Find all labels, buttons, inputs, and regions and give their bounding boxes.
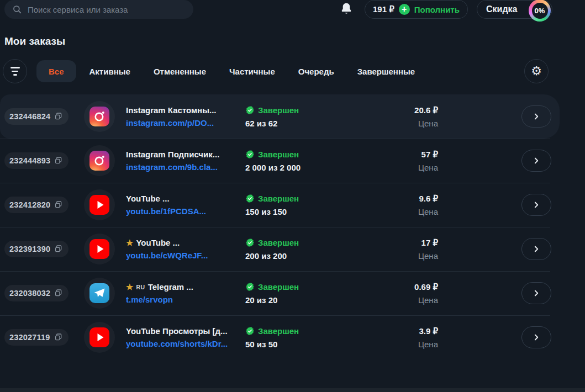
chevron-right-icon: [531, 156, 541, 166]
order-row[interactable]: 232391390 ★YouTube ... youtu.be/cWQReJF.…: [0, 227, 560, 271]
order-row[interactable]: 232412820 YouTube ... youtu.be/1fPCDSA..…: [0, 183, 560, 227]
order-row[interactable]: 232038032 ★RUTelegram ... t.me/srvopn За…: [0, 271, 560, 315]
order-id-pill[interactable]: 232038032: [4, 285, 68, 301]
order-progress: 200 из 200: [245, 251, 362, 261]
order-status: Завершен: [258, 238, 299, 247]
order-progress: 62 из 62: [245, 119, 362, 128]
order-status: Завершен: [258, 326, 299, 336]
top-bar: 191 ₽ + Пополнить Скидка 0%: [0, 0, 585, 24]
youtube-icon: [89, 327, 109, 347]
page-title: Мои заказы: [4, 35, 585, 47]
tab-canceled[interactable]: Отмененные: [154, 67, 206, 76]
balance-topup-button[interactable]: 191 ₽ + Пополнить: [365, 0, 468, 19]
tab-partial[interactable]: Частичные: [229, 67, 275, 76]
notifications-bell-icon[interactable]: [339, 2, 354, 16]
order-id-pill[interactable]: 232027119: [4, 329, 68, 346]
order-price: 20.6 ₽: [362, 105, 438, 115]
price-label: Цена: [362, 295, 438, 305]
filter-icon: [10, 67, 20, 76]
discount-button[interactable]: Скидка 0%: [477, 0, 552, 19]
settings-gear-button[interactable]: ⚙: [524, 59, 549, 83]
open-order-button[interactable]: [521, 282, 551, 304]
service-icon-circle: [84, 322, 115, 353]
order-link[interactable]: youtu.be/cWQReJF...: [126, 251, 245, 260]
star-icon: ★: [126, 239, 133, 247]
order-id-pill[interactable]: 232412820: [4, 197, 68, 213]
discount-label: Скидка: [486, 4, 517, 14]
filter-button[interactable]: [3, 59, 27, 83]
service-icon-circle: [84, 101, 115, 132]
chevron-right-icon: [531, 332, 541, 342]
status-check-badge-icon: [245, 282, 255, 292]
status-check-badge-icon: [245, 105, 255, 115]
order-price: 3.9 ₽: [362, 326, 438, 336]
tab-queue[interactable]: Очередь: [298, 67, 334, 76]
price-label: Цена: [362, 340, 438, 349]
order-id: 232444893: [9, 156, 50, 165]
order-id-pill[interactable]: 232391390: [4, 241, 68, 257]
order-link[interactable]: instagram.com/9b.cla...: [126, 162, 245, 172]
open-order-button[interactable]: [521, 105, 551, 128]
order-row[interactable]: 232027119 YouTube Просмотры [д... youtub…: [0, 315, 560, 359]
orders-list: 232446824 Instagram Кастомны... instagra…: [0, 94, 585, 359]
bottom-strip: [0, 388, 585, 392]
instagram-icon: [89, 107, 109, 126]
youtube-icon: [89, 195, 109, 215]
balance-amount: 191 ₽: [373, 4, 394, 14]
order-progress: 50 из 50: [245, 340, 362, 349]
order-price: 17 ₽: [362, 238, 438, 248]
service-icon-circle: [84, 234, 115, 264]
open-order-button[interactable]: [521, 194, 551, 216]
service-icon-circle: [84, 278, 115, 309]
status-check-badge-icon: [245, 326, 255, 336]
tab-all[interactable]: Все: [36, 60, 76, 82]
order-row[interactable]: 232446824 Instagram Кастомны... instagra…: [0, 94, 560, 139]
youtube-icon: [89, 239, 109, 259]
order-title: YouTube ...: [126, 194, 245, 203]
copy-icon[interactable]: [54, 333, 63, 342]
order-row[interactable]: 232444893 Instagram Подписчик... instagr…: [0, 139, 560, 183]
search-input[interactable]: [28, 5, 186, 14]
price-label: Цена: [362, 251, 438, 261]
order-link[interactable]: youtube.com/shorts/kDr...: [126, 339, 245, 348]
order-price: 0.69 ₽: [362, 282, 438, 292]
tab-completed[interactable]: Завершенные: [357, 67, 415, 76]
copy-icon[interactable]: [54, 156, 63, 165]
plus-icon: +: [399, 4, 410, 15]
order-progress: 20 из 20: [245, 295, 362, 305]
order-id: 232391390: [9, 245, 50, 253]
copy-icon[interactable]: [54, 245, 63, 253]
order-link[interactable]: t.me/srvopn: [126, 295, 245, 304]
ru-tag: RU: [136, 284, 145, 290]
order-link[interactable]: instagram.com/p/DO...: [126, 118, 245, 128]
open-order-button[interactable]: [521, 238, 551, 260]
gear-icon: ⚙: [531, 65, 542, 77]
order-id-pill[interactable]: 232444893: [4, 152, 68, 169]
status-tabs: Все Активные Отмененные Частичные Очеред…: [0, 59, 585, 83]
order-price: 9.6 ₽: [362, 194, 438, 204]
open-order-button[interactable]: [521, 150, 551, 172]
copy-icon[interactable]: [54, 289, 63, 298]
order-id-pill[interactable]: 232446824: [4, 108, 68, 125]
order-status: Завершен: [258, 105, 299, 115]
order-id: 232446824: [9, 112, 50, 121]
instagram-icon: [89, 151, 109, 171]
chevron-right-icon: [531, 244, 541, 254]
order-id: 232038032: [9, 289, 50, 298]
order-progress: 150 из 150: [245, 207, 362, 216]
copy-icon[interactable]: [54, 112, 63, 121]
status-check-badge-icon: [245, 194, 255, 203]
order-link[interactable]: youtu.be/1fPCDSA...: [126, 206, 245, 216]
search-field[interactable]: [4, 0, 193, 19]
discount-progress-ring: 0%: [529, 0, 551, 22]
status-check-badge-icon: [245, 150, 255, 159]
copy-icon[interactable]: [54, 200, 63, 209]
star-icon: ★: [126, 283, 133, 291]
filter-bar: Все Активные Отмененные Частичные Очеред…: [0, 59, 585, 83]
tab-active[interactable]: Активные: [89, 67, 130, 76]
order-title: ★YouTube ...: [126, 238, 245, 247]
order-progress: 2 000 из 2 000: [245, 163, 362, 172]
chevron-right-icon: [531, 200, 541, 210]
open-order-button[interactable]: [521, 326, 551, 348]
price-label: Цена: [362, 119, 438, 128]
